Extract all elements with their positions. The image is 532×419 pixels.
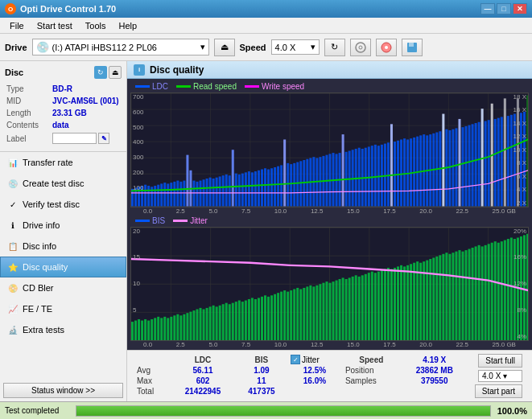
svg-rect-247	[400, 265, 402, 340]
chart1-legend: LDC Read speed Write speed	[129, 80, 530, 92]
svg-rect-192	[222, 304, 225, 340]
y-label-0-1	[133, 199, 143, 206]
chart2-x-axis: 0.0 2.5 5.0 7.5 10.0 12.5 15.0 17.5 20.0…	[129, 341, 530, 348]
svg-rect-107	[394, 142, 396, 206]
sidebar-item-create-test-disc[interactable]: 💿 Create test disc	[0, 173, 126, 194]
disc-contents-label: Contents	[6, 120, 51, 130]
disc-eject-icon[interactable]: ⏏	[109, 66, 122, 79]
status-window-button[interactable]: Status window >>	[3, 383, 123, 398]
disc-read-icon	[354, 41, 367, 54]
x2-12-5: 12.5	[311, 341, 324, 348]
svg-rect-201	[251, 298, 254, 340]
chart1-container: 700 600 500 400 300 200 100 18 X 16 X 14…	[130, 92, 529, 207]
disc-contents-row: Contents data	[6, 120, 120, 130]
bis-legend: BIS	[135, 216, 165, 225]
disc-refresh-icon[interactable]: ↻	[94, 66, 107, 79]
x2-25: 25.0 GB	[493, 341, 516, 348]
disc-label-input[interactable]	[52, 133, 97, 144]
save-button[interactable]	[402, 39, 423, 56]
svg-rect-58	[235, 174, 237, 207]
disc-quality-icon: ⭐	[7, 261, 19, 273]
speed-value-header: 4.19 X	[401, 354, 468, 365]
drive-dropdown-arrow: ▾	[200, 42, 205, 52]
drive-select[interactable]: 💿 (I:) ATAPI iHBS112 2 PL06 ▾	[32, 39, 209, 55]
svg-rect-77	[296, 162, 299, 207]
y2-label-5: 5	[133, 306, 140, 314]
svg-rect-74	[287, 163, 289, 207]
y-label-400: 400	[133, 138, 143, 146]
svg-rect-36	[163, 183, 166, 206]
menu-help[interactable]: Help	[112, 19, 143, 32]
svg-rect-260	[442, 253, 444, 340]
menu-tools[interactable]: Tools	[79, 19, 113, 32]
max-ldc: 602	[170, 376, 236, 386]
toolbar: Drive 💿 (I:) ATAPI iHBS112 2 PL06 ▾ ⏏ Sp…	[0, 34, 532, 61]
progress-text: 100.0%	[497, 406, 527, 416]
burn-button[interactable]	[376, 39, 397, 56]
svg-rect-196	[235, 302, 237, 340]
svg-rect-125	[452, 129, 454, 207]
refresh-button[interactable]: ↻	[324, 39, 345, 56]
eject-button[interactable]: ⏏	[214, 39, 235, 56]
menu-file[interactable]: File	[3, 19, 31, 32]
sidebar-item-verify-test-disc[interactable]: ✓ Verify test disc	[0, 194, 126, 215]
svg-rect-33	[154, 186, 156, 207]
sidebar-item-extra-tests[interactable]: 🔬 Extra tests	[0, 319, 126, 340]
bis-legend-label: BIS	[152, 216, 165, 225]
svg-rect-141	[504, 98, 506, 206]
total-row: Total 21422945 417375	[134, 386, 468, 396]
svg-rect-138	[494, 119, 497, 207]
jitter-legend: Jitter	[173, 216, 208, 225]
menu-start-test[interactable]: Start test	[31, 19, 79, 32]
svg-rect-142	[507, 116, 509, 206]
start-full-button[interactable]: Start full	[478, 354, 522, 368]
speed-select[interactable]: 4.0 X ▾	[271, 39, 320, 55]
x2-7-5: 7.5	[241, 341, 250, 348]
svg-rect-100	[371, 146, 373, 206]
speed-dropdown-value: 4.0 X	[482, 372, 501, 380]
x-5: 5.0	[208, 207, 217, 215]
speed-dropdown[interactable]: 4.0 X ▾	[478, 370, 522, 382]
svg-rect-99	[368, 146, 370, 206]
x-0: 0.0	[143, 207, 152, 215]
disc-panel-icons: ↻ ⏏	[94, 66, 122, 79]
start-part-button[interactable]: Start part	[475, 384, 522, 398]
svg-rect-170	[151, 318, 153, 340]
sidebar-item-disc-info[interactable]: 📋 Disc info	[0, 236, 126, 257]
disc-label-edit-icon[interactable]: ✎	[98, 133, 109, 144]
svg-rect-73	[283, 139, 286, 206]
svg-rect-75	[290, 164, 292, 206]
sidebar-item-drive-info[interactable]: ℹ Drive info	[0, 215, 126, 236]
svg-rect-257	[432, 257, 435, 340]
svg-rect-256	[429, 259, 431, 340]
svg-rect-186	[203, 309, 205, 340]
sidebar-item-cd-bler[interactable]: 📀 CD Bler	[0, 277, 126, 298]
sidebar-item-fe-te[interactable]: 📈 FE / TE	[0, 298, 126, 319]
svg-rect-65	[258, 170, 260, 207]
svg-rect-225	[328, 282, 331, 340]
disc-label-label: Label	[6, 132, 51, 145]
svg-rect-52	[216, 178, 218, 207]
minimize-button[interactable]: —	[480, 3, 495, 14]
x-10: 10.0	[274, 207, 287, 215]
sidebar-item-transfer-rate[interactable]: 📊 Transfer rate	[0, 152, 126, 173]
maximize-button[interactable]: □	[497, 3, 511, 14]
svg-rect-277	[497, 242, 500, 340]
svg-rect-251	[413, 262, 415, 340]
svg-rect-198	[241, 302, 244, 340]
y-right-14x: 14 X	[513, 120, 526, 127]
svg-rect-63	[251, 172, 254, 206]
sidebar-item-disc-quality[interactable]: ⭐ Disc quality	[0, 257, 126, 277]
svg-rect-37	[167, 183, 169, 206]
jitter-checkbox[interactable]: ✓	[291, 355, 300, 364]
svg-rect-68	[267, 170, 270, 207]
svg-rect-224	[325, 281, 328, 340]
disc-read-button[interactable]	[350, 39, 371, 56]
close-button[interactable]: ✕	[513, 3, 527, 14]
svg-rect-274	[488, 244, 490, 340]
window-controls: — □ ✕	[480, 3, 527, 14]
svg-rect-38	[170, 183, 172, 206]
disc-info-table: Type BD-R MID JVC-AMS6L (001) Length 23.…	[5, 82, 122, 146]
disc-label-value: ✎	[52, 132, 120, 145]
svg-rect-217	[303, 287, 305, 340]
